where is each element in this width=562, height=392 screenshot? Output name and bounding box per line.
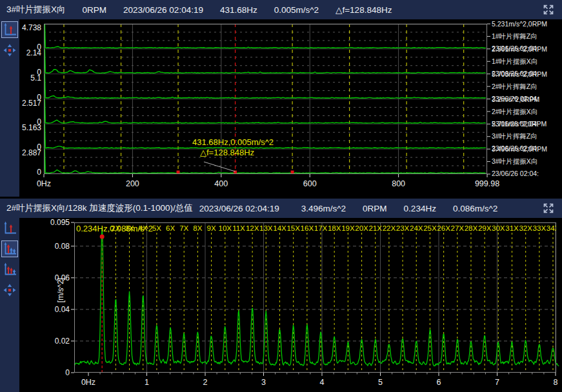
trace-total-label: 3.2m/s^2,0RPM (492, 95, 539, 104)
expand-icon[interactable] (541, 3, 556, 17)
panel2-channel-config: 2#叶片摆振X向/128k 加速度波形(0.1-1000)/总值 (6, 202, 193, 214)
panel2-plot-area[interactable]: 2X3X4X5X6X7X8X9X10X11X12X13X14X15X16X17X… (19, 218, 562, 392)
panel2-titlebar: 2#叶片摆振X向/128k 加速度波形(0.1-1000)/总值 2023/06… (0, 199, 562, 218)
panel1-sidebar (0, 19, 19, 197)
panel1-datetime: 2023/06/26 02:04:19 (123, 5, 203, 15)
band-ymax-label: 5.163 (19, 123, 41, 132)
trace-total-label: 5.231m/s^2,0RPM (492, 20, 547, 28)
panel2-sidebar (0, 218, 19, 392)
vibration-analysis-app: { "colors":{"chrome":"#1e2a4a","trace":"… (0, 0, 562, 392)
x-tick-label: 5 (378, 378, 383, 387)
y-tick-label: 0.04 (32, 305, 70, 314)
expand-arrows-icon (542, 202, 555, 215)
x-tick-label: 600 (303, 179, 317, 188)
x-tick-label: 400 (214, 179, 228, 188)
harmonic-spectrum-canvas[interactable] (74, 222, 556, 373)
trace-date-label: 23/06/26 02:04: (492, 44, 539, 53)
panel2-datetime: 2023/06/26 02:04:19 (199, 204, 279, 213)
expand-icon[interactable] (541, 201, 556, 215)
pan-move-icon (3, 283, 17, 297)
y-tick-label: 0.02 (32, 337, 70, 346)
y-tick-label: 0.095 (32, 218, 70, 227)
band-ymin-label: 0 (19, 93, 41, 102)
sidebar-tool-spectrum-harmonics[interactable] (1, 261, 18, 278)
x-tick-label: 8 (554, 378, 558, 387)
band-ymin-label: 0 (19, 168, 41, 177)
x-tick-label: 200 (126, 179, 139, 188)
stacked-spectra-canvas[interactable] (44, 24, 487, 174)
y-tick-label: 0.06 (32, 273, 70, 282)
panel2-cursor-frequency: 0.234Hz (404, 204, 436, 213)
panel2-content: 2X3X4X5X6X7X8X9X10X11X12X13X14X15X16X17X… (0, 218, 562, 392)
panel1-channel-name: 3#叶片摆振X向 (6, 4, 66, 15)
panel1-cursor-frequency: 431.68Hz (220, 5, 257, 15)
trace-channel-label: 3#叶片摆振X向 (492, 157, 537, 166)
band-ymax-label: 2.517 (19, 99, 41, 108)
trace-channel-label: 2#叶片摆振X向 (492, 108, 537, 116)
trace-channel-label: 3#叶片挥舞Z向 (492, 132, 537, 141)
spectrum-single-icon (3, 23, 17, 37)
trace-date-label: 23/06/26 02:04: (492, 95, 539, 103)
band-ymax-label: 5.1 (19, 74, 41, 83)
trace-date-label: 23/06/26 02:04: (492, 144, 539, 153)
panel-harmonic-spectrum: 2#叶片摆振X向/128k 加速度波形(0.1-1000)/总值 2023/06… (0, 199, 562, 392)
panel1-rpm-readout: 0RPM (83, 5, 107, 15)
band-ymin-label: 0 (19, 142, 41, 152)
band-ymax-label: 2.14 (19, 48, 41, 57)
panel1-titlebar: 3#叶片摆振X向 0RPM 2023/06/26 02:04:19 431.68… (0, 0, 562, 19)
panel1-plot-area[interactable]: 4.73802.1405.102.51705.16302.88705.231m/… (19, 19, 562, 197)
sidebar-tool-spectrum-single[interactable] (1, 21, 18, 38)
band-ymin-label: 0 (19, 117, 41, 126)
band-ymin-label: 0 (19, 68, 41, 77)
band-ymin-label: 0 (19, 43, 41, 52)
trace-date-label: 23/06/26 02:04: (492, 70, 539, 78)
trace-date-label: 23/06/26 02:04: (492, 120, 539, 128)
trace-channel-label: 2#叶片挥舞Z向 (492, 83, 537, 91)
x-tick-label: 1 (145, 378, 149, 387)
y-tick-label: 0.08 (32, 242, 70, 251)
x-tick-label: 0Hz (37, 179, 51, 188)
trace-total-label: 2.561m/s^2,0RPM (492, 45, 547, 54)
x-tick-label: 7 (495, 378, 499, 387)
y-tick-label: 0 (32, 368, 70, 377)
spectrum-harmonics-icon (3, 262, 17, 277)
panel1-delta-f: △f=128.848Hz (336, 5, 392, 15)
panel2-total-value: 3.496m/s^2 (301, 204, 346, 213)
trace-channel-label: 1#叶片摆振X向 (492, 57, 537, 66)
x-tick-label: 6 (437, 378, 441, 387)
x-tick-label: 999.98 (475, 179, 499, 188)
y-axis-unit: [m/s^2] (56, 266, 66, 314)
panel1-content: 4.73802.1405.102.51705.16302.88705.231m/… (0, 19, 562, 197)
spectrum-multi-icon (3, 242, 17, 256)
trace-date-label: 23/06/26 02:04: (492, 170, 539, 178)
sidebar-tool-spectrum-single[interactable] (1, 220, 18, 237)
sidebar-tool-pan-move[interactable] (1, 282, 18, 299)
panel-stacked-spectra: 3#叶片摆振X向 0RPM 2023/06/26 02:04:19 431.68… (0, 0, 562, 197)
x-tick-label: 2 (203, 378, 208, 387)
pan-move-icon (3, 43, 17, 57)
trace-total-label: 5.711m/s^2,0RPM (492, 120, 547, 128)
trace-channel-label: 1#叶片挥舞Z向 (492, 32, 537, 41)
band-ymax-label: 4.738 (19, 23, 41, 32)
band-ymax-label: 2.887 (19, 148, 41, 157)
spectrum-single-icon (3, 221, 17, 235)
sidebar-tool-pan-move[interactable] (1, 42, 18, 59)
x-tick-label: 0Hz (81, 378, 95, 387)
sidebar-tool-spectrum-multi[interactable] (1, 240, 18, 257)
panel1-cursor-amplitude: 0.005m/s^2 (274, 5, 319, 15)
x-tick-label: 4 (320, 378, 325, 387)
panel2-rpm-readout: 0RPM (363, 204, 387, 213)
panel2-cursor-amplitude: 0.086m/s^2 (453, 204, 497, 213)
trace-total-label: 3.496m/s^2,0RPM (492, 145, 547, 153)
expand-arrows-icon (542, 3, 555, 16)
trace-total-label: 5.703m/s^2,0RPM (492, 70, 547, 79)
x-tick-label: 3 (261, 378, 266, 387)
x-tick-label: 800 (392, 179, 405, 188)
